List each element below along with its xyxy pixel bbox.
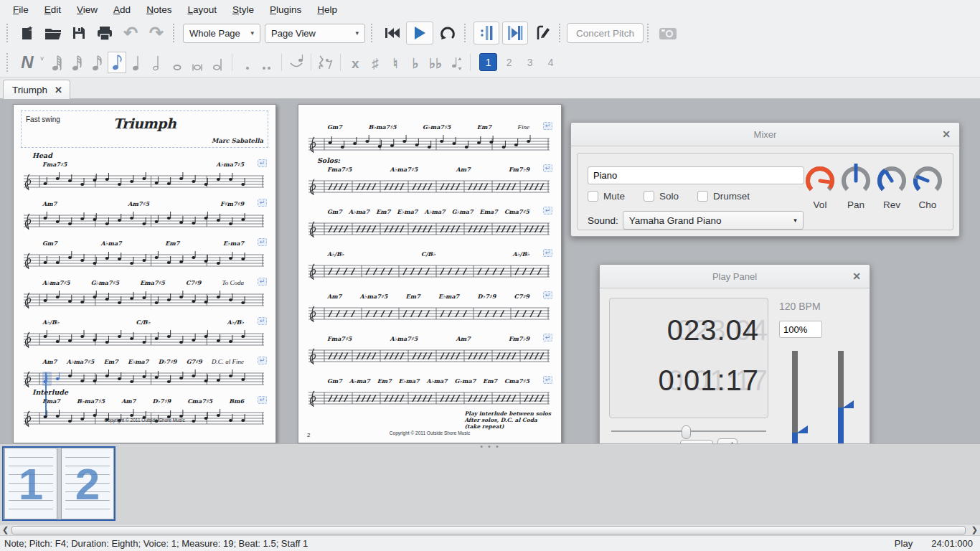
play-panel-titlebar[interactable]: Play Panel ✕ bbox=[600, 265, 870, 288]
save-button[interactable] bbox=[67, 22, 90, 44]
chord-symbol[interactable]: A♭ma7♯5 bbox=[390, 166, 418, 174]
staff-system[interactable]: Gm7A♭ma7Em7E♭ma7A♭ma7G♭ma7Ema7Cma7♯5↵ bbox=[306, 208, 554, 240]
chord-symbol[interactable]: E♭ma7 bbox=[397, 208, 418, 216]
chord-symbol[interactable]: G♭ma7 bbox=[452, 208, 473, 216]
metronome-button[interactable] bbox=[531, 22, 554, 44]
staff-system[interactable]: Solos:Fma7♯5A♭ma7♯5Am7Fm7♭9↵ bbox=[306, 166, 554, 198]
chord-symbol[interactable]: Gm7 bbox=[327, 208, 342, 216]
chord-symbol[interactable]: Em7 bbox=[483, 377, 497, 385]
chord-symbol[interactable]: A♭ma7 bbox=[426, 377, 447, 385]
chord-symbol[interactable]: E♭ma7 bbox=[223, 240, 244, 248]
whole-note-button[interactable] bbox=[168, 52, 187, 73]
line-break-icon[interactable]: ↵ bbox=[543, 376, 552, 384]
chord-symbol[interactable]: Fm7♭9 bbox=[509, 335, 529, 343]
chord-symbol[interactable]: D♭7♯9 bbox=[159, 358, 177, 366]
toolbar-drag-handle[interactable] bbox=[464, 24, 468, 42]
flip-direction-button[interactable] bbox=[446, 52, 465, 73]
chord-symbol[interactable]: D♭7♯9 bbox=[478, 293, 496, 301]
direction-text[interactable]: Fine bbox=[517, 123, 529, 131]
staff-system[interactable]: Gm7A♭ma7Em7E♭ma7A♭ma7G♭ma7Em7Cma7♯5↵ bbox=[306, 377, 554, 410]
staff-system[interactable]: Am7A♭ma7♯5Em7E♭ma7D♭7♯9G7♯9D.C. al Fine↵ bbox=[21, 358, 268, 390]
chord-symbol[interactable]: A♭/B♭ bbox=[327, 250, 344, 258]
staff-system[interactable]: Am7Am7♯5F♯m7♯9↵ bbox=[21, 200, 268, 232]
chorus-knob[interactable]: Cho bbox=[910, 164, 946, 210]
navigator-panel[interactable]: • • • 1 2 bbox=[0, 443, 980, 524]
section-label[interactable]: Solos: bbox=[317, 156, 340, 164]
scrollbar-thumb[interactable] bbox=[11, 526, 966, 534]
concert-pitch-button[interactable]: Concert Pitch bbox=[567, 23, 644, 43]
chord-symbol[interactable]: B♭ma7♯5 bbox=[77, 397, 105, 405]
half-note-button[interactable] bbox=[148, 52, 166, 73]
slider-handle[interactable] bbox=[796, 425, 808, 433]
chord-symbol[interactable]: Gm7 bbox=[42, 240, 57, 248]
line-break-icon[interactable]: ↵ bbox=[543, 207, 552, 215]
staff-system[interactable]: Gm7A♭ma7Em7E♭ma7↵ bbox=[21, 240, 268, 272]
chord-symbol[interactable]: A♭/B♭ bbox=[227, 319, 244, 326]
image-capture-button[interactable] bbox=[656, 22, 679, 44]
solo-checkbox[interactable]: Solo bbox=[644, 191, 679, 202]
line-break-icon[interactable]: ↵ bbox=[258, 238, 267, 246]
voice-2-button[interactable]: 2 bbox=[500, 53, 518, 71]
performance-note[interactable]: Play interlude between solosAfter solos,… bbox=[464, 410, 551, 430]
chord-symbol[interactable]: Am7 bbox=[42, 200, 57, 208]
chord-symbol[interactable]: Fma7♯5 bbox=[42, 161, 67, 169]
menu-notes[interactable]: Notes bbox=[139, 2, 179, 17]
new-score-button[interactable] bbox=[16, 22, 39, 44]
sharp-button[interactable]: ♯ bbox=[366, 52, 385, 73]
chord-symbol[interactable]: E♭ma7 bbox=[438, 293, 459, 301]
pan-knob[interactable]: Pan bbox=[838, 164, 874, 210]
toolbar-drag-handle[interactable] bbox=[647, 24, 651, 42]
staff-system[interactable]: A♭/B♭C/B♭A♭/B♭↵ bbox=[306, 250, 554, 283]
staff-system[interactable]: Am7A♭ma7♯5Em7E♭ma7D♭7♯9C7♯9↵ bbox=[306, 293, 554, 325]
line-break-icon[interactable]: ↵ bbox=[258, 278, 267, 286]
chord-symbol[interactable]: A♭ma7 bbox=[100, 240, 121, 248]
menu-layout[interactable]: Layout bbox=[180, 2, 224, 17]
slider-handle[interactable] bbox=[842, 400, 854, 408]
chord-symbol[interactable]: E♭ma7 bbox=[128, 358, 149, 366]
chord-symbol[interactable]: C7♯9 bbox=[514, 293, 529, 301]
tab-triumph[interactable]: Triumph ✕ bbox=[3, 80, 70, 99]
chord-symbol[interactable]: C7♯9 bbox=[186, 279, 201, 287]
chord-symbol[interactable]: Am7♯5 bbox=[128, 200, 149, 208]
chord-symbol[interactable]: Cma7♯5 bbox=[504, 377, 529, 385]
menu-view[interactable]: View bbox=[70, 2, 105, 17]
double-flat-button[interactable]: ♭♭ bbox=[426, 52, 445, 73]
rewind-button[interactable] bbox=[380, 22, 403, 44]
position-slider-handle[interactable] bbox=[682, 425, 691, 439]
breve-note-button[interactable] bbox=[188, 52, 207, 73]
staff-system[interactable]: Gm7B♭ma7♯5G♭ma7♯5Em7Fine↵ bbox=[306, 123, 554, 156]
chord-symbol[interactable]: C/B♭ bbox=[136, 319, 151, 326]
redo-button[interactable]: ↷ bbox=[145, 22, 168, 44]
chord-symbol[interactable]: Gm7 bbox=[327, 123, 342, 131]
section-label[interactable]: Interlude bbox=[32, 388, 68, 396]
chord-symbol[interactable]: G♭ma7♯5 bbox=[423, 123, 451, 131]
chord-symbol[interactable]: Cma7♯5 bbox=[187, 397, 212, 405]
copyright-text[interactable]: Copyright © 2011 Outside Shore Music bbox=[14, 418, 275, 423]
part-name-input[interactable] bbox=[588, 166, 804, 184]
line-break-icon[interactable]: ↵ bbox=[543, 291, 552, 299]
eighth-note-button[interactable] bbox=[108, 52, 126, 73]
chord-symbol[interactable]: D♭7♯9 bbox=[152, 397, 171, 405]
thirtysecond-note-button[interactable] bbox=[67, 52, 86, 73]
score-title[interactable]: Triumph bbox=[22, 116, 268, 131]
toolbar-drag-handle[interactable] bbox=[173, 24, 177, 42]
direction-text[interactable]: To Coda bbox=[222, 279, 244, 287]
double-dot-button[interactable] bbox=[258, 52, 276, 73]
position-slider[interactable] bbox=[611, 425, 766, 437]
chord-symbol[interactable]: A♭ma7 bbox=[349, 208, 369, 216]
line-break-icon[interactable]: ↵ bbox=[258, 199, 267, 207]
tie-button[interactable] bbox=[287, 52, 306, 73]
chord-symbol[interactable]: Em7 bbox=[406, 293, 420, 301]
score-page-1[interactable]: Fast swing Triumph Marc SabatellaHeadFma… bbox=[13, 104, 276, 443]
loop-playback-button[interactable] bbox=[436, 22, 459, 44]
menu-file[interactable]: File bbox=[6, 2, 36, 17]
chord-symbol[interactable]: A♭ma7♯5 bbox=[390, 335, 418, 343]
close-icon[interactable]: ✕ bbox=[942, 128, 951, 140]
chord-symbol[interactable]: Fma7 bbox=[42, 397, 60, 405]
scroll-left-icon[interactable]: ❮ bbox=[2, 525, 9, 534]
drumset-checkbox[interactable]: Drumset bbox=[697, 191, 750, 202]
chord-symbol[interactable]: Fm7♭9 bbox=[509, 166, 529, 174]
quarter-note-button[interactable] bbox=[128, 52, 146, 73]
volume-knob[interactable]: Vol bbox=[802, 164, 838, 210]
line-break-icon[interactable]: ↵ bbox=[543, 122, 552, 130]
